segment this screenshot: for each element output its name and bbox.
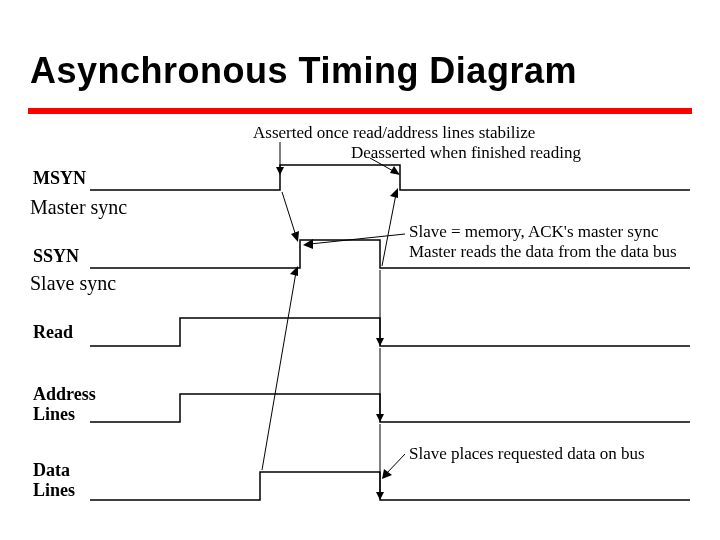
- arrowhead-asserted: [276, 167, 284, 175]
- ssyn-waveform: [90, 240, 690, 268]
- arrow-slave-ack: [310, 234, 405, 244]
- arrow-msyn-to-ssyn: [282, 192, 296, 236]
- arrowhead-msyn-to-ssyn: [291, 231, 299, 242]
- read-waveform: [90, 318, 690, 346]
- arrowhead-fall-chain-3: [376, 492, 384, 500]
- data-waveform: [90, 472, 690, 500]
- slide: Asynchronous Timing Diagram Asserted onc…: [0, 0, 720, 540]
- arrow-ssyn-to-msyn-fall: [382, 194, 396, 266]
- arrowhead-ssyn-to-msyn-fall: [390, 188, 398, 198]
- arrowhead-fall-chain-2: [376, 414, 384, 422]
- arrowhead-deasserted: [390, 166, 400, 175]
- arrow-data-on-bus: [386, 454, 405, 474]
- arrow-data-to-ssyn: [262, 272, 296, 470]
- address-waveform: [90, 394, 690, 422]
- timing-waveforms: [0, 0, 720, 540]
- arrowhead-fall-chain-1: [376, 338, 384, 346]
- arrowhead-data-on-bus: [382, 469, 392, 479]
